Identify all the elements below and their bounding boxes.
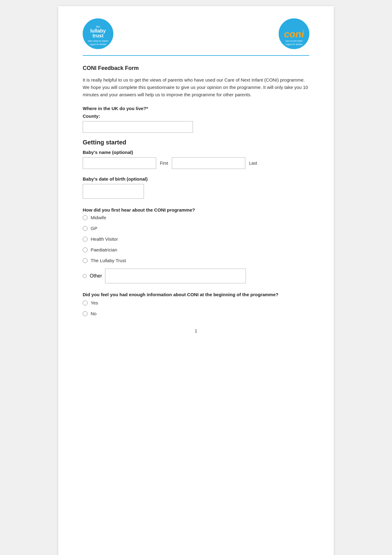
svg-text:trust: trust <box>92 33 104 38</box>
page-container: the lullaby trust safer sleep for babies… <box>58 6 334 555</box>
svg-text:safer sleep for babies: safer sleep for babies <box>88 40 108 42</box>
enough-info-label: Did you feel you had enough information … <box>83 292 309 297</box>
svg-text:coni: coni <box>284 29 304 40</box>
enough-info-radio-group: Yes No <box>83 300 309 316</box>
radio-midwife[interactable] <box>83 215 88 220</box>
baby-dob-input[interactable] <box>83 184 144 199</box>
radio-item-no: No <box>83 311 309 316</box>
hear-about-radio-group: Midwife GP Health Visitor Paediatrician … <box>83 215 309 283</box>
where-uk-label: Where in the UK do you live?* <box>83 106 309 111</box>
last-label: Last <box>249 161 257 166</box>
svg-text:support for families: support for families <box>286 43 303 46</box>
page-header: the lullaby trust safer sleep for babies… <box>83 18 309 56</box>
getting-started-heading: Getting started <box>83 139 309 146</box>
svg-text:the: the <box>96 25 100 28</box>
intro-text: It is really helpful to us to get the vi… <box>83 76 309 98</box>
radio-health-visitor-label[interactable]: Health Visitor <box>91 236 118 242</box>
lullaby-trust-logo: the lullaby trust safer sleep for babies… <box>83 18 113 49</box>
baby-last-name-input[interactable] <box>172 157 245 169</box>
radio-yes[interactable] <box>83 300 88 305</box>
radio-gp-label[interactable]: GP <box>91 226 97 231</box>
baby-name-label: Baby's name (optional) <box>83 150 309 155</box>
baby-first-name-input[interactable] <box>83 157 156 169</box>
radio-item-paediatrician: Paediatrician <box>83 247 309 252</box>
radio-paediatrician[interactable] <box>83 247 88 252</box>
radio-no-label[interactable]: No <box>91 311 96 316</box>
radio-health-visitor[interactable] <box>83 237 88 242</box>
radio-no[interactable] <box>83 311 88 316</box>
hear-about-label: How did you first hear about the CONI pr… <box>83 207 309 212</box>
radio-yes-label[interactable]: Yes <box>91 300 98 305</box>
radio-item-midwife: Midwife <box>83 215 309 220</box>
svg-text:lullaby: lullaby <box>90 28 106 33</box>
baby-name-row: First Last <box>83 157 309 169</box>
county-input[interactable] <box>83 121 193 133</box>
radio-paediatrician-label[interactable]: Paediatrician <box>91 247 117 252</box>
county-label: County: <box>83 113 309 119</box>
coni-logo: coni care of next infant support for fam… <box>279 18 309 49</box>
radio-item-lullaby-trust: The Lullaby Trust <box>83 258 309 263</box>
radio-item-other: Other <box>83 269 309 283</box>
radio-gp[interactable] <box>83 226 88 231</box>
form-title: CONI Feedback Form <box>83 65 309 71</box>
page-number: 1 <box>83 328 309 333</box>
svg-text:care of next infant: care of next infant <box>285 40 303 42</box>
other-text-input[interactable] <box>105 269 246 283</box>
baby-dob-label: Baby's date of birth (optional) <box>83 176 309 182</box>
radio-item-health-visitor: Health Visitor <box>83 236 309 242</box>
radio-midwife-label[interactable]: Midwife <box>91 215 106 220</box>
radio-other-label[interactable]: Other <box>90 273 102 279</box>
radio-lullaby-trust[interactable] <box>83 258 88 263</box>
radio-lullaby-trust-label[interactable]: The Lullaby Trust <box>91 258 126 263</box>
first-label: First <box>160 161 168 166</box>
radio-item-yes: Yes <box>83 300 309 305</box>
radio-other[interactable] <box>83 274 87 278</box>
svg-text:support for families: support for families <box>90 43 107 46</box>
radio-item-gp: GP <box>83 226 309 231</box>
